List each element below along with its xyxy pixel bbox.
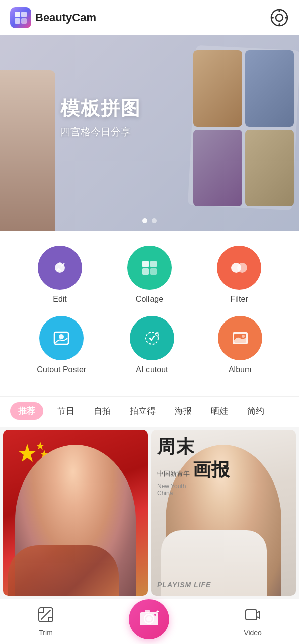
svg-rect-6	[279, 10, 280, 12]
feature-album[interactable]: Album	[218, 316, 262, 374]
card2-en-subtitle: New Youth	[157, 482, 290, 490]
card1-scarf	[8, 545, 119, 596]
photo-card-2[interactable]: 周末 中国新青年 画报 New Youth China PLAYISM LIFE	[151, 430, 296, 596]
svg-marker-26	[36, 442, 44, 450]
svg-marker-25	[18, 444, 36, 462]
photo-grid: 周末 中国新青年 画报 New Youth China PLAYISM LIFE	[0, 427, 299, 599]
camera-button[interactable]: +	[129, 599, 169, 639]
header: BeautyCam	[0, 0, 299, 35]
album-label: Album	[229, 365, 251, 374]
bottom-nav: Trim + Video	[0, 599, 299, 644]
svg-text:+: +	[156, 608, 159, 614]
banner-person-left	[0, 70, 55, 231]
svg-rect-13	[150, 261, 157, 267]
banner-subtitle: 四宫格今日分享	[60, 125, 141, 139]
category-polaroid[interactable]: 拍立得	[125, 402, 161, 420]
card2-title-zh: 周末	[157, 437, 290, 457]
cutout-poster-label: Cutout Poster	[37, 365, 86, 374]
svg-rect-0	[15, 12, 20, 17]
features-section: Edit Collage Filter	[0, 231, 299, 396]
card2-bottom-text: PLAYISM LIFE	[157, 581, 211, 589]
feature-cutout-poster[interactable]: Cutout Poster	[37, 316, 86, 374]
categories-bar: 推荐 节日 自拍 拍立得 海报 晒娃 简约	[0, 396, 299, 427]
filter-icon-circle	[217, 246, 261, 290]
svg-rect-14	[142, 268, 149, 275]
edit-icon-circle	[38, 246, 82, 290]
svg-rect-12	[142, 261, 149, 267]
banner-photo-2	[245, 50, 294, 127]
svg-rect-2	[15, 18, 20, 24]
card2-en-subtitle2: China	[157, 490, 290, 497]
collage-icon-circle	[127, 246, 172, 290]
cutout-icon-circle	[39, 316, 84, 360]
category-holiday[interactable]: 节日	[52, 402, 80, 420]
ai-cutout-label: AI cutout	[136, 365, 168, 374]
logo-area: BeautyCam	[10, 7, 96, 28]
svg-point-5	[276, 14, 283, 21]
svg-point-19	[59, 334, 64, 339]
app-logo-icon	[10, 7, 31, 28]
edit-label: Edit	[53, 295, 67, 304]
feature-ai-cutout[interactable]: AI cutout	[130, 316, 174, 374]
svg-rect-34	[145, 610, 150, 613]
nav-trim[interactable]: Trim	[37, 606, 54, 637]
svg-rect-15	[150, 268, 157, 275]
feature-edit[interactable]: Edit	[38, 246, 82, 304]
category-baby[interactable]: 晒娃	[206, 402, 233, 420]
feature-row-1: Edit Collage Filter	[15, 246, 284, 304]
feature-filter[interactable]: Filter	[217, 246, 261, 304]
card2-subtitle-zh: 中国新青年	[157, 469, 190, 478]
banner-photo-4	[245, 130, 294, 206]
nav-video[interactable]: Video	[244, 606, 262, 637]
svg-rect-9	[271, 17, 274, 19]
app-name: BeautyCam	[35, 11, 96, 24]
video-label: Video	[244, 629, 262, 637]
camera-icon: +	[139, 608, 159, 630]
collage-label: Collage	[136, 295, 163, 304]
svg-rect-8	[285, 17, 287, 19]
category-poster[interactable]: 海报	[170, 402, 197, 420]
banner-photo-1	[193, 50, 242, 127]
svg-point-24	[242, 335, 245, 338]
settings-button[interactable]	[270, 8, 289, 27]
trim-icon	[37, 606, 54, 627]
card2-title-zh2: 画报	[193, 458, 230, 482]
svg-point-17	[237, 263, 247, 273]
dot-2[interactable]	[152, 218, 157, 223]
category-recommend[interactable]: 推荐	[10, 402, 43, 420]
filter-label: Filter	[230, 295, 248, 304]
svg-rect-37	[246, 610, 257, 620]
svg-rect-3	[21, 18, 27, 24]
banner-dots	[142, 218, 157, 223]
card2-subtitle-area: 中国新青年 画报	[157, 458, 290, 482]
banner: 模板拼图 四宫格今日分享	[0, 35, 299, 231]
banner-title: 模板拼图	[60, 96, 141, 121]
category-simple[interactable]: 简约	[242, 402, 269, 420]
banner-photos	[193, 50, 294, 206]
dot-1[interactable]	[142, 218, 147, 223]
photo-card-1[interactable]	[3, 430, 148, 596]
banner-photo-3	[193, 130, 242, 206]
album-icon-circle	[218, 316, 262, 360]
svg-rect-7	[279, 23, 280, 26]
banner-text: 模板拼图 四宫格今日分享	[60, 96, 141, 139]
feature-row-2: Cutout Poster AI cutout	[15, 316, 284, 374]
trim-label: Trim	[39, 629, 52, 637]
aicutout-icon-circle	[130, 316, 174, 360]
feature-collage[interactable]: Collage	[127, 246, 172, 304]
svg-point-33	[146, 616, 152, 621]
category-selfie[interactable]: 自拍	[89, 402, 116, 420]
video-icon	[244, 606, 261, 627]
svg-rect-1	[21, 12, 27, 17]
card2-magazine-overlay: 周末 中国新青年 画报 New Youth China	[157, 437, 290, 497]
svg-point-11	[58, 262, 61, 265]
